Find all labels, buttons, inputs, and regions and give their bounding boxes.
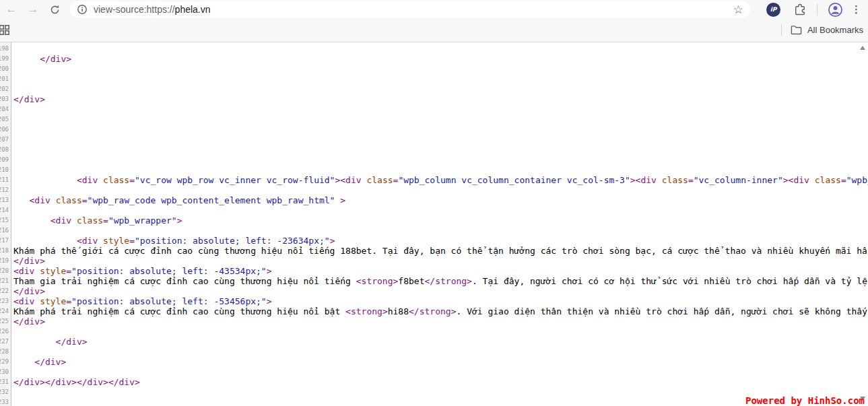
puzzle-icon xyxy=(793,3,807,16)
line-number: 207 xyxy=(0,135,11,145)
source-code-text: Khám phá trải nghiệm cá cược đỉnh cao cù… xyxy=(11,306,868,316)
source-code-text xyxy=(11,84,13,94)
source-code-text xyxy=(11,387,13,397)
source-code-text xyxy=(11,135,13,145)
source-code-text xyxy=(11,205,13,215)
bookmark-star-icon[interactable]: ☆ xyxy=(733,4,743,15)
page-info-icon[interactable] xyxy=(77,4,88,15)
tab-groups-grid-icon[interactable] xyxy=(0,25,9,35)
source-line: 200 xyxy=(0,64,868,74)
source-code-text xyxy=(11,397,13,406)
source-line: 202 xyxy=(0,84,868,94)
line-number: 223 xyxy=(0,296,11,306)
source-code-text: <div style="position: absolute; left: -2… xyxy=(11,236,335,246)
back-button[interactable]: ← xyxy=(4,2,19,17)
source-line: 232 xyxy=(0,387,868,397)
line-number: 212 xyxy=(0,185,11,195)
line-number: 218 xyxy=(0,246,11,256)
extensions-puzzle-icon[interactable] xyxy=(793,3,807,16)
source-code-text xyxy=(11,226,13,236)
forward-button[interactable]: → xyxy=(26,2,40,17)
source-code-text: </div> xyxy=(11,316,45,327)
line-number: 198 xyxy=(0,44,11,54)
line-number: 229 xyxy=(0,357,11,367)
browser-chrome: ← → view-source:https://phela.vn ☆ iP xyxy=(0,0,868,42)
line-number: 219 xyxy=(0,256,11,266)
source-line: 231</div></div></div></div> xyxy=(0,377,868,387)
source-code-text: <div class="vc_row wpb_row vc_inner vc_r… xyxy=(11,175,868,185)
source-code-text: </div> xyxy=(11,54,71,64)
source-code-text xyxy=(11,145,13,155)
url-host: phela.vn xyxy=(175,4,211,15)
line-number: 210 xyxy=(0,165,11,175)
source-code-text: </div> xyxy=(11,357,66,367)
source-code-text xyxy=(11,104,13,114)
source-code-text xyxy=(11,155,13,165)
source-code-text xyxy=(11,327,13,337)
source-view: 198199 </div>200201202203</div>204205206… xyxy=(0,42,868,406)
source-line: 223<div style="position: absolute; left:… xyxy=(0,296,868,306)
line-number: 232 xyxy=(0,387,11,397)
source-code-text xyxy=(11,165,13,175)
source-line: 198 xyxy=(0,44,868,54)
line-number: 214 xyxy=(0,205,11,215)
line-number: 231 xyxy=(0,377,11,387)
scrollbar-up-arrow[interactable] xyxy=(860,46,865,50)
source-line: 209 xyxy=(0,155,868,165)
line-number: 199 xyxy=(0,54,11,64)
line-number: 205 xyxy=(0,114,11,125)
browser-toolbar: ← → view-source:https://phela.vn ☆ iP xyxy=(0,0,868,19)
menu-dots-icon[interactable]: ⋮ xyxy=(851,3,861,15)
source-line: 229 </div> xyxy=(0,357,868,367)
line-number: 201 xyxy=(0,74,11,84)
line-number: 226 xyxy=(0,327,11,337)
url-bar[interactable]: view-source:https://phela.vn ☆ xyxy=(70,1,750,18)
source-line: 203</div> xyxy=(0,94,868,104)
source-code-text xyxy=(11,125,13,135)
line-number: 230 xyxy=(0,367,11,377)
source-code-text xyxy=(11,185,13,195)
source-code-text: </div> xyxy=(11,337,88,347)
source-line: 207 xyxy=(0,135,868,145)
profile-icon[interactable] xyxy=(828,2,843,18)
all-bookmarks-button[interactable]: All Bookmarks xyxy=(791,25,868,35)
line-number: 224 xyxy=(0,306,11,316)
bookmarks-bar: All Bookmarks xyxy=(0,19,868,41)
source-code-text: </div> xyxy=(11,286,45,296)
line-number: 220 xyxy=(0,266,11,276)
line-number: 233 xyxy=(0,397,11,406)
line-number: 225 xyxy=(0,316,11,327)
bookmarks-separator xyxy=(781,24,782,36)
reload-button[interactable] xyxy=(47,2,62,17)
source-code-text: <div style="position: absolute; left: -4… xyxy=(11,266,272,276)
folder-icon xyxy=(791,25,802,35)
source-line: 226 xyxy=(0,327,868,337)
source-code-text xyxy=(11,44,13,54)
powered-by-footer: Powered by HinhSo.com xyxy=(745,395,865,406)
source-code-text xyxy=(11,74,13,84)
reload-icon xyxy=(49,4,61,15)
source-line: 199 </div> xyxy=(0,54,868,64)
source-code-text: </div> xyxy=(11,94,45,104)
all-bookmarks-label: All Bookmarks xyxy=(807,25,863,35)
source-code-text: <div class="wpb_wrapper"> xyxy=(11,215,182,226)
source-code-text: Khám phá thế giới cá cược đỉnh cao cùng … xyxy=(11,246,868,256)
source-line: 221Tham gia trải nghiệm cá cược đỉnh cao… xyxy=(0,276,868,286)
line-number: 208 xyxy=(0,145,11,155)
source-line: 208 xyxy=(0,145,868,155)
source-line: 212 xyxy=(0,185,868,195)
source-line: 204 xyxy=(0,104,868,114)
source-line: 228 xyxy=(0,347,868,357)
ip-extension-icon[interactable]: iP xyxy=(766,3,780,17)
source-line: 219</div> xyxy=(0,256,868,266)
source-line: 217 <div style="position: absolute; left… xyxy=(0,236,868,246)
source-code-text: </div></div></div></div> xyxy=(11,377,140,387)
source-line: 205 xyxy=(0,114,868,125)
source-code-text xyxy=(11,347,13,357)
source-line: 218Khám phá thế giới cá cược đỉnh cao cù… xyxy=(0,246,868,256)
url-text[interactable]: view-source:https://phela.vn xyxy=(94,4,728,15)
source-line: 227 </div> xyxy=(0,337,868,347)
source-line: 220<div style="position: absolute; left:… xyxy=(0,266,868,276)
source-line: 214 xyxy=(0,205,868,215)
line-number: 228 xyxy=(0,347,11,357)
